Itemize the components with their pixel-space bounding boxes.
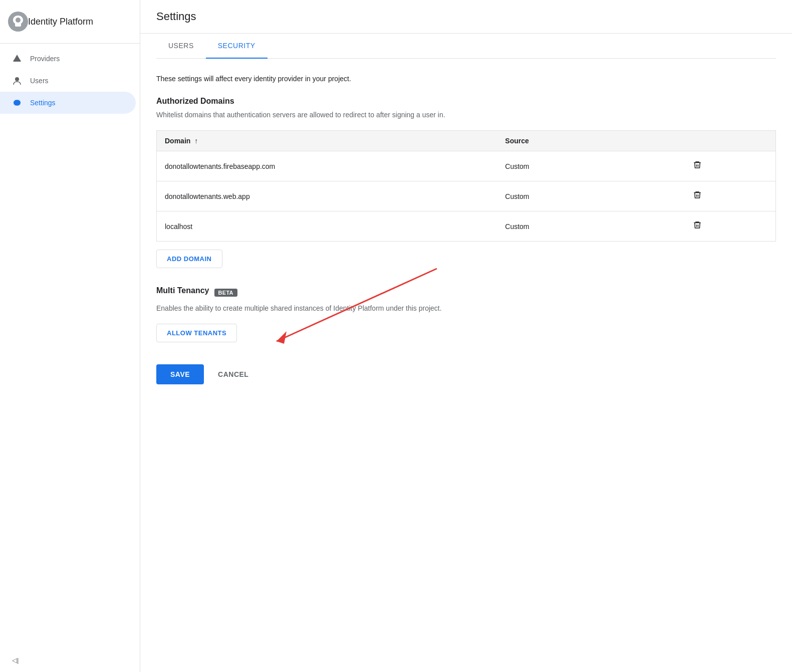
domains-table: Domain ↑ Source donotallowtenants.fireba… [156, 130, 776, 242]
sidebar-item-users[interactable]: Users [0, 70, 136, 92]
annotation-arrow [236, 264, 447, 364]
app-logo-icon [8, 12, 28, 32]
sidebar-item-settings-label: Settings [30, 99, 56, 107]
sidebar-item-settings[interactable]: Settings [0, 92, 136, 114]
authorized-domains-title: Authorized Domains [156, 97, 776, 106]
svg-point-4 [19, 60, 21, 62]
sidebar-footer[interactable]: ◁| [0, 648, 140, 672]
source-cell-0: Custom [497, 151, 683, 181]
providers-icon [12, 54, 22, 64]
sidebar-nav: Providers Users Settings [0, 44, 140, 118]
domain-cell-0: donotallowtenants.firebaseapp.com [157, 151, 497, 181]
svg-point-1 [16, 18, 21, 23]
multi-tenancy-desc: Enables the ability to create multiple s… [156, 303, 776, 314]
source-cell-2: Custom [497, 211, 683, 242]
add-domain-row: ADD DOMAIN [156, 250, 776, 268]
app-title: Identity Platform [28, 17, 93, 27]
cancel-button[interactable]: CANCEL [208, 364, 258, 384]
multi-tenancy-title: Multi Tenancy [156, 286, 209, 295]
table-row: donotallowtenants.firebaseapp.com Custom [157, 151, 776, 181]
add-domain-button[interactable]: ADD DOMAIN [156, 250, 222, 268]
tab-security[interactable]: SECURITY [206, 34, 268, 59]
column-header-domain[interactable]: Domain ↑ [157, 131, 497, 151]
column-header-action [683, 131, 775, 151]
beta-badge: BETA [214, 289, 237, 297]
users-icon [12, 76, 22, 86]
svg-marker-7 [277, 331, 287, 344]
domain-cell-1: donotallowtenants.web.app [157, 181, 497, 211]
delete-domain-1-button[interactable] [691, 188, 704, 204]
sidebar: Identity Platform Providers [0, 0, 140, 672]
page-title: Settings [156, 10, 196, 23]
bottom-actions: SAVE CANCEL [156, 360, 776, 384]
source-cell-1: Custom [497, 181, 683, 211]
svg-point-3 [14, 60, 16, 62]
multi-tenancy-title-row: Multi Tenancy BETA [156, 286, 776, 299]
settings-icon [12, 98, 22, 108]
table-row: localhost Custom [157, 211, 776, 242]
table-header-row: Domain ↑ Source [157, 131, 776, 151]
main-header: Settings [140, 0, 792, 34]
settings-tabs: USERS SECURITY [156, 34, 776, 59]
main-content: Settings USERS SECURITY These settings w… [140, 0, 792, 672]
delete-domain-0-button[interactable] [691, 158, 704, 174]
tab-users[interactable]: USERS [156, 34, 206, 59]
svg-point-5 [15, 77, 19, 81]
settings-content: USERS SECURITY These settings will affec… [140, 34, 792, 404]
sidebar-item-providers[interactable]: Providers [0, 48, 136, 70]
security-intro: These settings will affect every identit… [156, 75, 776, 83]
multi-tenancy-section: Multi Tenancy BETA Enables the ability t… [156, 286, 776, 342]
delete-domain-2-button[interactable] [691, 218, 704, 234]
allow-tenants-row: ALLOW TENANTS [156, 324, 776, 342]
sidebar-header: Identity Platform [0, 0, 140, 44]
svg-point-2 [16, 60, 18, 62]
sort-icon: ↑ [194, 137, 198, 145]
column-header-source[interactable]: Source [497, 131, 683, 151]
save-button[interactable]: SAVE [156, 364, 204, 384]
sidebar-item-users-label: Users [30, 77, 49, 85]
authorized-domains-section: Authorized Domains Whitelist domains tha… [156, 97, 776, 268]
allow-tenants-button[interactable]: ALLOW TENANTS [156, 324, 237, 342]
authorized-domains-subtitle: Whitelist domains that authentication se… [156, 110, 776, 120]
sidebar-item-providers-label: Providers [30, 55, 60, 63]
table-row: donotallowtenants.web.app Custom [157, 181, 776, 211]
domain-cell-2: localhost [157, 211, 497, 242]
